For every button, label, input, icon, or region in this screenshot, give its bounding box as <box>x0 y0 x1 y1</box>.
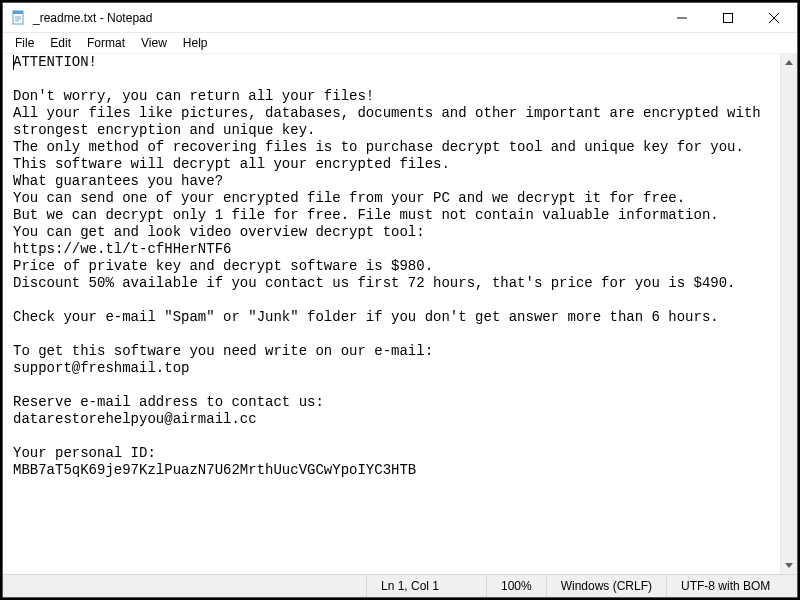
scroll-down-icon[interactable] <box>781 557 797 574</box>
text-editor[interactable]: ATTENTION! Don't worry, you can return a… <box>3 54 780 574</box>
menu-file[interactable]: File <box>7 35 42 51</box>
scroll-up-icon[interactable] <box>781 54 797 71</box>
window-controls <box>659 3 797 32</box>
status-line-ending: Windows (CRLF) <box>547 575 667 597</box>
window-title: _readme.txt - Notepad <box>33 11 659 25</box>
menu-help[interactable]: Help <box>175 35 216 51</box>
maximize-button[interactable] <box>705 3 751 32</box>
statusbar: Ln 1, Col 1 100% Windows (CRLF) UTF-8 wi… <box>3 574 797 597</box>
close-button[interactable] <box>751 3 797 32</box>
svg-rect-6 <box>724 13 733 22</box>
menu-format[interactable]: Format <box>79 35 133 51</box>
titlebar: _readme.txt - Notepad <box>3 3 797 33</box>
notepad-window: _readme.txt - Notepad File Edit Format V… <box>2 2 798 598</box>
svg-rect-1 <box>13 11 23 14</box>
document-text: ATTENTION! Don't worry, you can return a… <box>13 54 769 478</box>
menubar: File Edit Format View Help <box>3 33 797 53</box>
menu-edit[interactable]: Edit <box>42 35 79 51</box>
vertical-scrollbar[interactable] <box>780 54 797 574</box>
status-zoom: 100% <box>487 575 547 597</box>
status-spacer <box>3 575 367 597</box>
minimize-button[interactable] <box>659 3 705 32</box>
notepad-icon <box>11 10 27 26</box>
menu-view[interactable]: View <box>133 35 175 51</box>
status-encoding: UTF-8 with BOM <box>667 575 797 597</box>
editor-area: ATTENTION! Don't worry, you can return a… <box>3 53 797 574</box>
scroll-track[interactable] <box>781 71 797 557</box>
status-position: Ln 1, Col 1 <box>367 575 487 597</box>
